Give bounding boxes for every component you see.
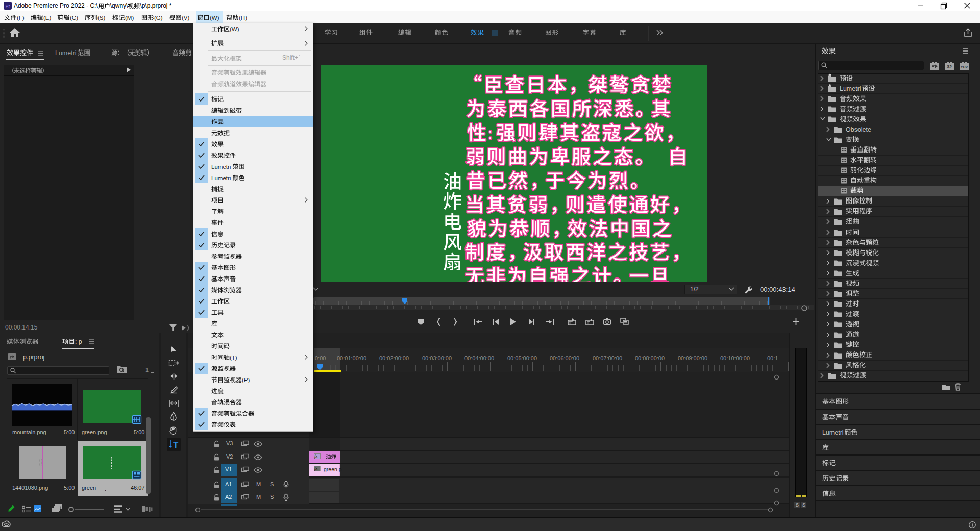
svg-text:(T): (T) — [230, 355, 237, 361]
svg-text:32: 32 — [947, 64, 952, 69]
svg-text:Lumetri: Lumetri — [840, 85, 861, 92]
svg-text:(G): (G) — [154, 15, 163, 21]
svg-text:Lumetri: Lumetri — [211, 164, 231, 170]
svg-text:YUV: YUV — [961, 65, 968, 69]
svg-text:(C): (C) — [70, 15, 78, 21]
svg-text:(V): (V) — [182, 15, 190, 21]
svg-text:(H): (H) — [239, 15, 247, 21]
svg-text:(W): (W) — [230, 26, 239, 32]
svg-text:(E): (E) — [43, 15, 52, 21]
svg-text:Obsolete: Obsolete — [846, 126, 871, 133]
svg-text:Lumetri: Lumetri — [211, 175, 231, 181]
svg-text:Lumetri: Lumetri — [822, 429, 844, 436]
svg-text:Lumetri: Lumetri — [55, 49, 77, 57]
svg-text:Pr: Pr — [6, 4, 10, 9]
svg-text:: p: : p — [75, 338, 82, 345]
svg-text:(M): (M) — [125, 15, 134, 21]
svg-text:(P): (P) — [242, 377, 250, 383]
svg-text::: : — [488, 126, 492, 142]
svg-text:(F): (F) — [17, 15, 24, 21]
svg-text:T: T — [173, 440, 179, 450]
svg-text:(S): (S) — [97, 15, 106, 21]
svg-text:(W): (W) — [210, 15, 219, 21]
